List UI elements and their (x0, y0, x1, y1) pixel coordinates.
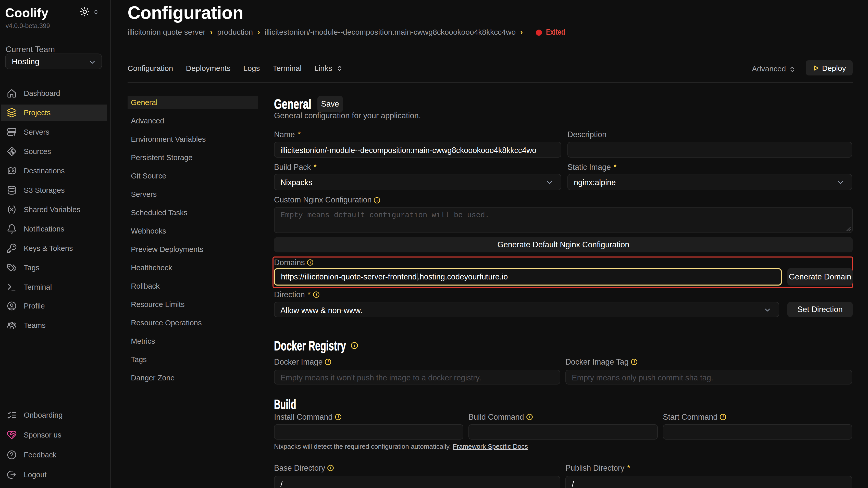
svg-text:i: i (377, 198, 378, 202)
svg-text:i: i (330, 466, 332, 470)
svg-text:i: i (634, 360, 635, 364)
svg-text:i: i (338, 415, 339, 419)
svg-text:i: i (328, 360, 329, 364)
svg-text:i: i (529, 415, 530, 419)
svg-text:i: i (722, 415, 724, 419)
svg-text:i: i (354, 343, 355, 348)
svg-text:i: i (310, 260, 311, 265)
svg-text:i: i (316, 292, 317, 297)
